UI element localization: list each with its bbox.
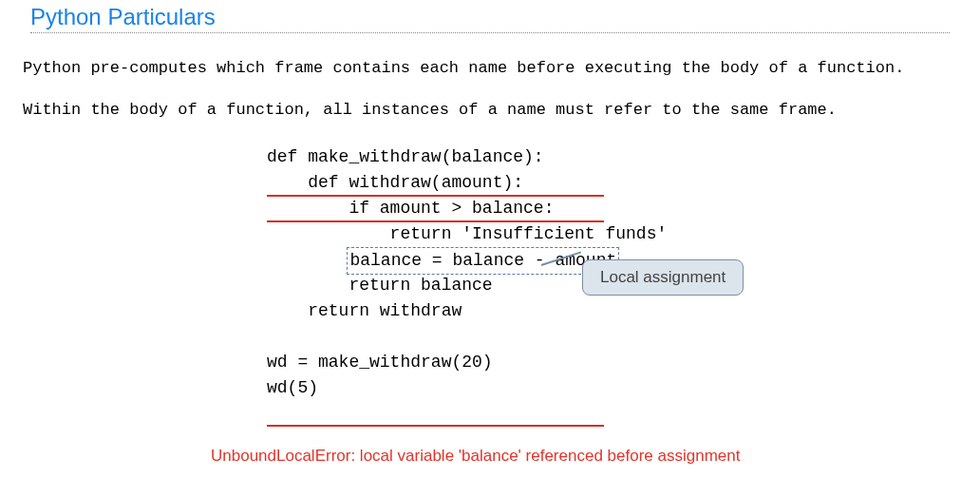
code-line: if amount > balance: — [267, 196, 667, 221]
red-underline-3 — [267, 425, 604, 427]
code-line — [267, 324, 667, 350]
slide: Python Particulars Python pre-computes w… — [0, 0, 980, 478]
body-line-1: Python pre-computes which frame contains… — [23, 59, 904, 77]
code-line: wd(5) — [267, 375, 667, 401]
body-line-2: Within the body of a function, all insta… — [23, 101, 837, 119]
code-line: def make_withdraw(balance): — [267, 144, 667, 170]
code-line: return withdraw — [267, 298, 667, 324]
error-message: UnboundLocalError: local variable 'balan… — [211, 447, 740, 466]
code-line: def withdraw(amount): — [267, 170, 667, 196]
callout-local-assignment: Local assignment — [582, 259, 744, 296]
code-line: wd = make_withdraw(20) — [267, 350, 667, 375]
code-line: return 'Insufficient funds' — [267, 221, 667, 247]
slide-title: Python Particulars — [30, 4, 950, 33]
code-indent — [267, 251, 349, 270]
